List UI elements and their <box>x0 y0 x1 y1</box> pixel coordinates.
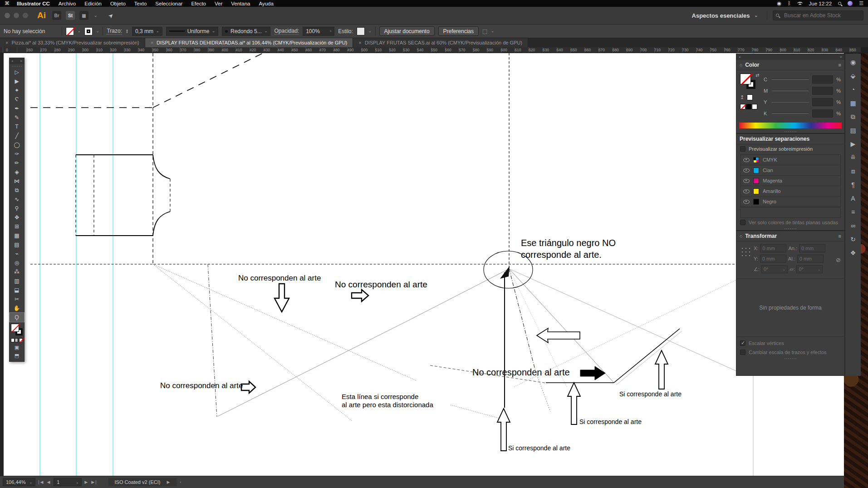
none-swatch[interactable] <box>740 104 745 109</box>
first-artboard-button[interactable]: |◀ <box>38 480 44 484</box>
notification-center-icon[interactable]: ☰ <box>859 1 863 6</box>
workspace-switcher[interactable]: Aspectos esenciales ⌄ <box>692 12 761 19</box>
color-panel-title[interactable]: Color <box>745 62 759 68</box>
dock-icon-shape-properties[interactable]: ↻ <box>850 232 856 246</box>
stray-dashdot-line[interactable] <box>208 264 217 417</box>
menu-item[interactable]: Seleccionar <box>155 1 182 6</box>
panel-menu-icon[interactable]: ≡ <box>839 62 841 68</box>
annotation-not-art-4[interactable]: No corresponden al arte <box>160 381 243 390</box>
dock-collapse-icon[interactable]: ‹‹ <box>840 55 842 59</box>
gradient-mode-button[interactable] <box>15 338 19 342</box>
tool-puppet-warp[interactable]: ⚲ <box>10 204 24 213</box>
tool-eyedropper[interactable]: ⌁ <box>10 249 24 258</box>
panel-collapse-icon[interactable]: ◇ <box>740 63 742 67</box>
stroke-color-swatch[interactable] <box>84 27 93 35</box>
annotation-not-art-3[interactable]: No corresponden al arte <box>472 367 570 378</box>
document-tab[interactable]: × Pizza.ai* al 33,33% (CMYK/Previsualiza… <box>0 38 145 47</box>
dock-icon-pathfinder[interactable]: ⧈ <box>851 164 855 178</box>
tool-lasso[interactable]: Ϛ <box>10 95 24 104</box>
menu-item[interactable]: Ver <box>215 1 222 6</box>
channel-value-field[interactable] <box>812 98 833 106</box>
arrow-up-outline-3[interactable] <box>655 350 668 389</box>
channel-slider[interactable] <box>771 79 809 80</box>
annotation-distorted-note[interactable]: Esta línea si corresponde al arte pero e… <box>342 393 433 409</box>
wifi-icon[interactable] <box>797 2 803 5</box>
tool-shaper[interactable]: ✏ <box>10 158 24 168</box>
dock-icon-gradient[interactable]: ▤ <box>850 123 856 137</box>
tool-magic-wand[interactable]: ✦ <box>10 86 24 95</box>
annotation-is-art-3[interactable]: Si corresponde al arte <box>619 390 682 398</box>
annotation-is-art-2[interactable]: Si corresponde al arte <box>579 418 642 425</box>
tool-perspective-grid[interactable]: ⊞ <box>10 222 24 231</box>
fill-color-swatch[interactable] <box>66 27 74 35</box>
select-similar-icon[interactable]: ⬚ <box>482 28 487 35</box>
annotation-is-art-1[interactable]: Si corresponde al arte <box>508 444 570 452</box>
last-color-swatch[interactable] <box>747 94 753 100</box>
horizontal-ruler[interactable]: 0 260 270 280 290 300 310 320 330 340 35… <box>0 47 861 53</box>
tool-artboard[interactable]: ⬓ <box>10 286 24 295</box>
chevron-down-icon[interactable]: ⌄ <box>491 29 494 33</box>
menu-item[interactable]: Archivo <box>59 1 76 6</box>
height-field[interactable]: 0 mm <box>797 255 824 263</box>
dock-icon-layers[interactable]: ❖ <box>850 246 856 260</box>
tab-close-icon[interactable]: × <box>151 40 153 45</box>
stroke-label[interactable]: Trazo: <box>107 28 122 35</box>
white-swatch[interactable] <box>752 104 757 109</box>
stock-button[interactable]: St <box>66 11 75 20</box>
arrow-right-outline-2[interactable] <box>241 381 255 393</box>
panel-close-icon[interactable]: × <box>11 59 14 63</box>
stray-line[interactable] <box>509 269 614 383</box>
draw-mode-button[interactable]: ▣ <box>11 345 23 350</box>
apple-menu-icon[interactable]: ⌘ <box>5 0 10 6</box>
menu-item[interactable]: Ventana <box>231 1 250 6</box>
menu-item[interactable]: Ayuda <box>259 1 274 6</box>
die-cut-shape[interactable] <box>76 155 170 236</box>
tool-scale[interactable]: ⧉ <box>10 186 24 195</box>
tool-ellipse[interactable]: ◯ <box>10 140 24 149</box>
tool-pen[interactable]: ✒ <box>10 104 24 113</box>
fill-swatch[interactable] <box>740 74 751 84</box>
panel-menu-icon[interactable]: ≡ <box>839 233 841 239</box>
arrow-up-outline-2[interactable] <box>568 383 580 424</box>
siri-icon[interactable] <box>848 1 853 6</box>
channel-slider[interactable] <box>771 101 809 103</box>
separation-row[interactable]: CMYK <box>740 155 840 165</box>
tool-mesh[interactable]: ▦ <box>10 231 24 240</box>
rotate-angle-dropdown[interactable]: 0°⌄ <box>761 265 788 273</box>
tool-curvature[interactable]: ✎ <box>10 113 24 122</box>
window-close-button[interactable] <box>5 13 10 18</box>
last-color-icon[interactable]: ↥ <box>740 94 744 100</box>
dock-icon-character[interactable]: A <box>851 192 855 205</box>
visibility-eye-icon[interactable] <box>743 200 750 204</box>
constrain-proportions-icon[interactable]: ⊘ <box>836 256 841 263</box>
transform-panel-title[interactable]: Transformar <box>745 233 777 239</box>
window-zoom-button[interactable] <box>23 13 28 18</box>
creative-cloud-icon[interactable]: ◉ <box>777 1 781 6</box>
stray-line[interactable] <box>509 269 736 371</box>
arrow-left-outline[interactable] <box>537 328 580 343</box>
stray-line[interactable] <box>153 264 352 421</box>
shear-angle-dropdown[interactable]: 0°⌄ <box>796 265 823 273</box>
reference-point-locator[interactable] <box>740 246 750 256</box>
tool-blend[interactable]: ◎ <box>10 258 24 267</box>
document-tab[interactable]: × DISPLAY FRUTAS SECAS.ai al 60% (CMYK/P… <box>353 38 528 47</box>
dock-icon-actions[interactable]: ▶ <box>851 137 856 151</box>
artboard-number-dropdown[interactable]: 1 ⌄ <box>54 478 82 486</box>
arrow-right-outline-1[interactable] <box>352 290 368 301</box>
chevron-down-icon[interactable]: ⌄ <box>94 13 98 18</box>
tool-shape-builder[interactable]: ✥ <box>10 213 24 222</box>
visibility-eye-icon[interactable] <box>743 168 750 173</box>
scale-corners-checkbox[interactable] <box>740 340 745 346</box>
fold-dashed-diagonal[interactable] <box>153 53 281 108</box>
menu-item[interactable]: Efecto <box>191 1 206 6</box>
tool-gradient[interactable]: ▤ <box>10 240 24 249</box>
scale-strokes-effects-checkbox[interactable] <box>740 350 745 355</box>
document-profile-status[interactable]: ISO Coated v2 (ECI) ▶ <box>108 478 177 486</box>
arrange-documents-icon[interactable]: ▦ <box>79 11 88 20</box>
channel-slider[interactable] <box>771 113 809 114</box>
tab-close-icon[interactable]: × <box>5 40 8 45</box>
preferences-button[interactable]: Preferencias <box>438 26 479 36</box>
opacity-label[interactable]: Opacidad: <box>274 28 299 35</box>
tool-paintbrush[interactable]: ✑ <box>10 149 24 158</box>
chevron-down-icon[interactable]: ⌄ <box>78 29 81 33</box>
